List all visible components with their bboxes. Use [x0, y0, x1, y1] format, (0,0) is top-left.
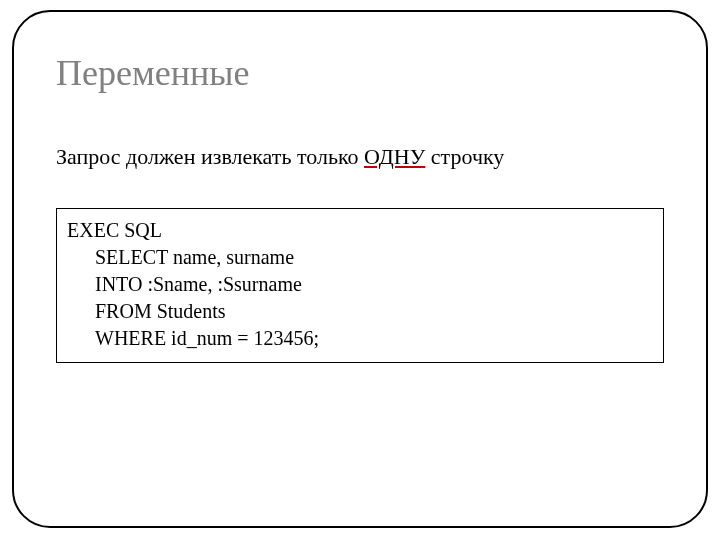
body-suffix: строчку	[425, 144, 504, 169]
body-text: Запрос должен извлекать только ОДНУ стро…	[56, 144, 664, 170]
slide-title: Переменные	[56, 52, 664, 94]
code-line-3: INTO :Sname, :Ssurname	[67, 271, 653, 298]
body-prefix: Запрос должен извлекать только	[56, 144, 364, 169]
slide-frame: Переменные Запрос должен извлекать тольк…	[12, 10, 708, 528]
code-box: EXEC SQL SELECT name, surname INTO :Snam…	[56, 208, 664, 363]
body-underlined: ОДНУ	[364, 144, 425, 169]
slide: Переменные Запрос должен извлекать тольк…	[0, 0, 720, 540]
code-line-4: FROM Students	[67, 298, 653, 325]
code-line-5: WHERE id_num = 123456;	[67, 325, 653, 352]
code-line-1: EXEC SQL	[67, 217, 653, 244]
code-line-2: SELECT name, surname	[67, 244, 653, 271]
